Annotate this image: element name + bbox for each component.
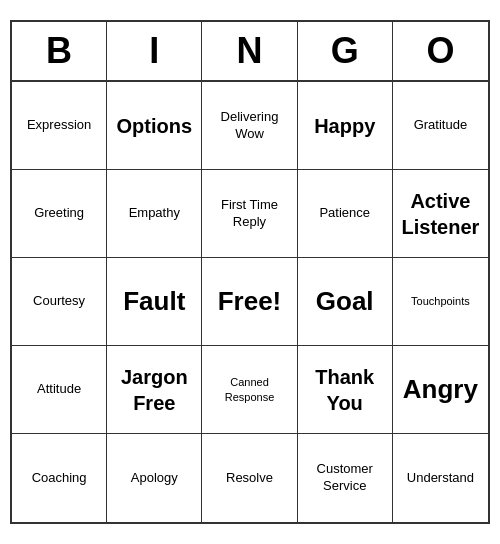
bingo-cell-15: Attitude: [12, 346, 107, 434]
bingo-cell-19: Angry: [393, 346, 488, 434]
bingo-letter-i: I: [107, 22, 202, 80]
bingo-cell-13: Goal: [298, 258, 393, 346]
bingo-cell-8: Patience: [298, 170, 393, 258]
bingo-cell-14: Touchpoints: [393, 258, 488, 346]
bingo-cell-6: Empathy: [107, 170, 202, 258]
bingo-letter-g: G: [298, 22, 393, 80]
bingo-cell-7: First Time Reply: [202, 170, 297, 258]
bingo-cell-24: Understand: [393, 434, 488, 522]
bingo-card: BINGO ExpressionOptionsDelivering WowHap…: [10, 20, 490, 524]
bingo-letter-b: B: [12, 22, 107, 80]
bingo-cell-20: Coaching: [12, 434, 107, 522]
bingo-cell-11: Fault: [107, 258, 202, 346]
bingo-letter-o: O: [393, 22, 488, 80]
bingo-cell-0: Expression: [12, 82, 107, 170]
bingo-cell-21: Apology: [107, 434, 202, 522]
bingo-cell-9: Active Listener: [393, 170, 488, 258]
bingo-cell-23: Customer Service: [298, 434, 393, 522]
bingo-cell-2: Delivering Wow: [202, 82, 297, 170]
bingo-cell-16: Jargon Free: [107, 346, 202, 434]
bingo-cell-18: Thank You: [298, 346, 393, 434]
bingo-cell-17: Canned Response: [202, 346, 297, 434]
bingo-cell-3: Happy: [298, 82, 393, 170]
bingo-cell-5: Greeting: [12, 170, 107, 258]
bingo-grid: ExpressionOptionsDelivering WowHappyGrat…: [12, 82, 488, 522]
bingo-cell-22: Resolve: [202, 434, 297, 522]
bingo-header: BINGO: [12, 22, 488, 82]
bingo-letter-n: N: [202, 22, 297, 80]
bingo-cell-12: Free!: [202, 258, 297, 346]
bingo-cell-1: Options: [107, 82, 202, 170]
bingo-cell-4: Gratitude: [393, 82, 488, 170]
bingo-cell-10: Courtesy: [12, 258, 107, 346]
